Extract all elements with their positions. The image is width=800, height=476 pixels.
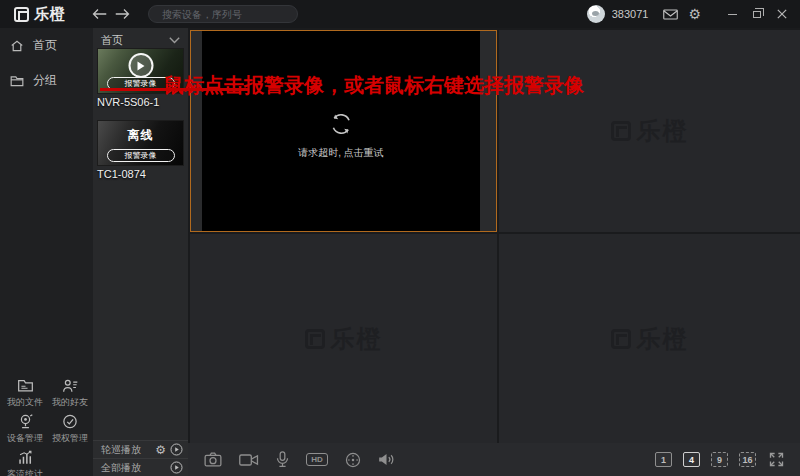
view-1-button[interactable]: 1 bbox=[655, 452, 672, 467]
audio-button[interactable] bbox=[376, 450, 397, 469]
play-all-row[interactable]: 全部播放 bbox=[93, 458, 188, 476]
hd-quality-button[interactable]: HD bbox=[304, 451, 330, 468]
device-name: TC1-0874 bbox=[97, 168, 184, 180]
lechange-watermark-icon bbox=[611, 329, 631, 349]
sidebar-item-authorization-management[interactable]: 授权管理 bbox=[48, 414, 92, 445]
fullscreen-button[interactable] bbox=[767, 450, 786, 469]
annotation-text: 鼠标点击报警录像，或者鼠标右键选择报警录像 bbox=[164, 72, 584, 99]
view-9-button[interactable]: 9 bbox=[711, 452, 728, 467]
back-button[interactable] bbox=[88, 6, 111, 22]
sidebar-item-label: 我的文件 bbox=[7, 396, 43, 409]
microphone-icon bbox=[276, 451, 289, 468]
alarm-record-button[interactable]: 报警录像 bbox=[107, 149, 175, 162]
sidebar-item-label: 首页 bbox=[33, 37, 57, 54]
user-avatar[interactable] bbox=[587, 5, 605, 23]
fullscreen-icon bbox=[769, 452, 784, 467]
watermark: 乐橙 bbox=[499, 30, 800, 232]
arrow-left-icon bbox=[92, 8, 107, 20]
window-controls bbox=[724, 6, 790, 22]
arrow-right-icon bbox=[115, 8, 130, 20]
record-button[interactable] bbox=[237, 451, 261, 469]
retry-spinner-icon bbox=[328, 111, 354, 137]
sidebar-item-groups[interactable]: 分组 bbox=[0, 63, 93, 98]
restore-button[interactable] bbox=[749, 6, 765, 22]
close-icon bbox=[777, 9, 787, 19]
sidebar-item-visitor-statistics[interactable]: 客流统计 bbox=[3, 450, 47, 476]
gear-icon: ⚙ bbox=[688, 6, 701, 22]
play-icon bbox=[136, 61, 145, 71]
device-camera-icon bbox=[17, 414, 34, 429]
watermark-text: 乐橙 bbox=[637, 115, 689, 147]
ptz-icon bbox=[345, 452, 361, 468]
play-all-label: 全部播放 bbox=[101, 461, 170, 475]
video-cell-empty[interactable]: 乐橙 bbox=[499, 234, 800, 443]
sidebar-item-label: 客流统计 bbox=[7, 468, 43, 476]
sidebar-item-device-management[interactable]: 设备管理 bbox=[3, 414, 47, 445]
bottom-toolbar: HD 1 4 9 16 bbox=[188, 443, 800, 476]
sidebar-item-label: 授权管理 bbox=[52, 432, 88, 445]
files-icon bbox=[17, 378, 34, 393]
sidebar-item-label: 设备管理 bbox=[7, 432, 43, 445]
hd-badge: HD bbox=[306, 453, 328, 466]
sidebar-item-home[interactable]: 首页 bbox=[0, 28, 93, 63]
view-16-button[interactable]: 16 bbox=[739, 452, 756, 467]
sidebar-item-label: 我的好友 bbox=[52, 396, 88, 409]
sidebar-item-my-files[interactable]: 我的文件 bbox=[3, 378, 47, 409]
video-cell-empty[interactable]: 乐橙 bbox=[190, 234, 497, 443]
annotation-underline bbox=[100, 88, 248, 91]
envelope-icon bbox=[663, 9, 678, 20]
titlebar: 乐橙 383071 ⚙ bbox=[0, 0, 800, 28]
snapshot-button[interactable] bbox=[202, 450, 224, 469]
statistics-chart-icon bbox=[17, 450, 34, 465]
tour-playback-label: 轮巡播放 bbox=[101, 443, 155, 457]
titlebar-right: 383071 ⚙ bbox=[587, 5, 800, 23]
minimize-button[interactable] bbox=[724, 6, 740, 22]
search-box bbox=[148, 5, 298, 23]
video-cell-empty[interactable]: 乐橙 bbox=[499, 30, 800, 232]
watermark: 乐橙 bbox=[499, 234, 800, 443]
settings-button[interactable]: ⚙ bbox=[683, 5, 706, 23]
device-status-badge: 离线 bbox=[98, 127, 183, 144]
search-input[interactable] bbox=[162, 9, 294, 20]
snapshot-camera-icon bbox=[204, 452, 222, 467]
toolbar-left-group: HD bbox=[202, 449, 397, 470]
authorize-check-icon bbox=[62, 414, 78, 429]
restore-icon bbox=[753, 11, 761, 18]
lechange-watermark-icon bbox=[305, 329, 325, 349]
talk-button[interactable] bbox=[274, 449, 291, 470]
watermark-text: 乐橙 bbox=[637, 323, 689, 355]
device-thumbnail[interactable]: 离线 报警录像 bbox=[97, 120, 184, 166]
friends-icon bbox=[62, 378, 79, 393]
watermark: 乐橙 bbox=[190, 234, 497, 443]
close-button[interactable] bbox=[774, 6, 790, 22]
watermark-text: 乐橙 bbox=[331, 323, 383, 355]
sidebar: 首页 分组 我的文件 我的好友 设备管理 授权管理 客流统计 bbox=[0, 28, 93, 476]
ptz-control-button[interactable] bbox=[343, 450, 363, 470]
speaker-icon bbox=[378, 452, 395, 467]
timeout-message: 请求超时, 点击重试 bbox=[298, 146, 384, 160]
video-loading[interactable]: 请求超时, 点击重试 bbox=[298, 111, 384, 160]
play-overlay-button[interactable] bbox=[128, 53, 153, 78]
play-circle-icon[interactable] bbox=[170, 461, 183, 474]
minimize-icon bbox=[728, 14, 737, 15]
tour-playback-row[interactable]: 轮巡播放 ⚙ bbox=[93, 440, 188, 458]
toolbar-right-group: 1 4 9 16 bbox=[655, 450, 786, 469]
app-logo: 乐橙 bbox=[14, 5, 66, 24]
sidebar-item-my-friends[interactable]: 我的好友 bbox=[48, 378, 92, 409]
tour-settings-gear-icon[interactable]: ⚙ bbox=[155, 444, 166, 456]
view-4-button[interactable]: 4 bbox=[683, 452, 700, 467]
lechange-logo-icon bbox=[14, 7, 29, 22]
forward-button[interactable] bbox=[111, 6, 134, 22]
user-id: 383071 bbox=[612, 8, 649, 20]
video-camera-icon bbox=[239, 453, 259, 467]
messages-button[interactable] bbox=[658, 7, 683, 22]
sidebar-item-label: 分组 bbox=[33, 72, 57, 89]
video-cell-active[interactable]: 请求超时, 点击重试 bbox=[190, 30, 497, 232]
app-logo-text: 乐橙 bbox=[34, 5, 66, 24]
chevron-down-icon bbox=[169, 37, 180, 44]
video-stream-area[interactable]: 请求超时, 点击重试 bbox=[202, 31, 480, 231]
device-panel-footer: 轮巡播放 ⚙ 全部播放 bbox=[93, 440, 188, 476]
play-circle-icon[interactable] bbox=[170, 443, 183, 456]
group-folder-icon bbox=[10, 74, 24, 88]
home-icon bbox=[10, 39, 24, 53]
